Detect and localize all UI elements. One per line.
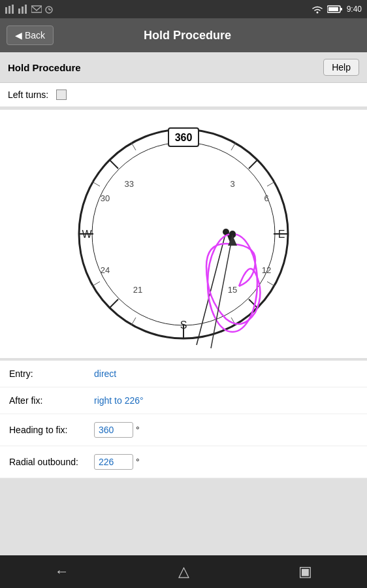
svg-text:360: 360 [175,132,193,143]
svg-rect-1 [8,6,10,14]
compass-svg: N S E W 33 3 6 12 15 21 24 30 [66,116,301,351]
svg-text:6: 6 [264,193,268,203]
battery-icon [327,5,343,14]
after-fix-value: right to 226° [94,395,144,406]
svg-rect-4 [22,7,24,14]
page-title: Hold Procedure [54,29,321,42]
svg-text:3: 3 [230,179,234,189]
radial-outbound-input[interactable] [94,454,133,470]
svg-rect-12 [340,8,342,10]
svg-rect-2 [12,5,14,14]
svg-rect-3 [18,8,20,14]
recent-apps-icon[interactable]: ▣ [298,563,312,580]
status-icons-left [5,5,54,14]
radial-outbound-row: Radial outbound: ° [0,446,367,478]
wifi-icon [311,5,323,14]
svg-rect-0 [5,7,7,14]
radial-input-group: ° [94,454,140,470]
left-turns-label: Left turns: [8,90,48,100]
signal-icon [18,5,29,14]
heading-to-fix-input[interactable] [94,422,133,438]
svg-text:24: 24 [101,265,110,275]
back-button[interactable]: ◀ Back [7,25,54,45]
alarm-icon [44,5,54,14]
entry-label: Entry: [9,368,94,379]
entry-row: Entry: direct [0,361,367,387]
svg-text:21: 21 [133,285,142,295]
sim-icon [5,5,16,14]
status-icons-right: 9:40 [311,5,362,14]
svg-text:12: 12 [262,265,271,275]
svg-point-10 [316,12,318,14]
compass-container: N S E W 33 3 6 12 15 21 24 30 [0,110,367,358]
section-header: Hold Procedure Help [0,52,367,83]
after-fix-label: After fix: [9,395,94,406]
after-fix-row: After fix: right to 226° [0,387,367,414]
back-nav-icon[interactable]: ← [55,563,69,580]
help-button[interactable]: Help [323,59,359,76]
time-display: 9:40 [347,5,362,14]
email-icon [31,5,42,14]
left-turns-checkbox[interactable] [56,90,67,100]
left-turns-row: Left turns: [0,83,367,107]
nav-bar: ◀ Back Hold Procedure [0,18,367,52]
heading-degree-symbol: ° [136,425,140,435]
heading-input-group: ° [94,422,140,438]
svg-text:30: 30 [101,193,110,203]
status-bar: 9:40 [0,0,367,18]
heading-to-fix-row: Heading to fix: ° [0,414,367,446]
bottom-nav: ← △ ▣ [0,555,367,588]
home-nav-icon[interactable]: △ [178,563,189,580]
section-title: Hold Procedure [8,62,81,73]
svg-rect-5 [25,5,27,14]
main-content: Hold Procedure Help Left turns: N S E W [0,52,367,555]
radial-outbound-label: Radial outbound: [9,457,94,467]
heading-to-fix-label: Heading to fix: [9,425,94,435]
entry-value: direct [94,368,116,379]
svg-text:15: 15 [228,285,237,295]
svg-text:33: 33 [124,179,133,189]
radial-degree-symbol: ° [136,457,140,467]
svg-rect-13 [328,7,338,11]
